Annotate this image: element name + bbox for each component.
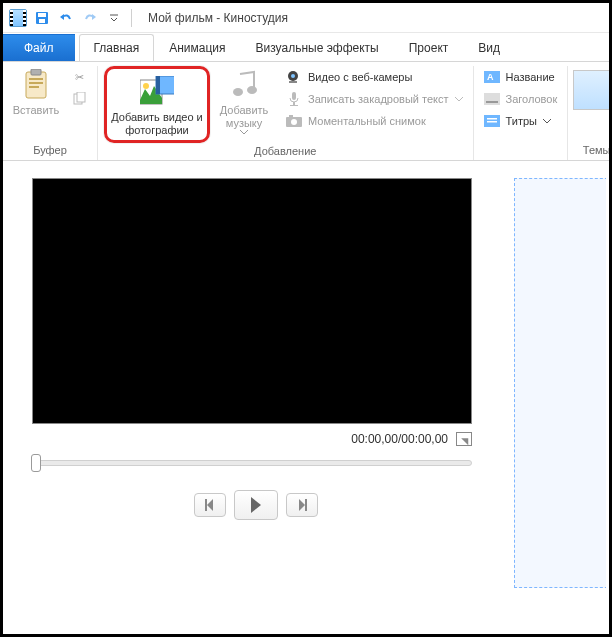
tab-project[interactable]: Проект [394, 34, 464, 61]
video-preview[interactable] [32, 178, 472, 424]
cut-button[interactable]: ✂ [67, 68, 91, 86]
caption-button[interactable]: Заголовок [480, 90, 562, 108]
svg-rect-21 [293, 102, 295, 105]
window-title: Мой фильм - Киностудия [148, 11, 288, 25]
svg-rect-32 [487, 121, 497, 123]
save-icon [35, 11, 49, 25]
tab-home[interactable]: Главная [79, 34, 155, 61]
app-window: Мой фильм - Киностудия Файл Главная Аним… [0, 0, 612, 637]
svg-rect-29 [486, 101, 498, 103]
app-icon [9, 9, 27, 27]
copy-button[interactable] [67, 90, 91, 108]
svg-point-11 [143, 83, 149, 89]
timeline-pane [506, 164, 606, 631]
redo-icon [82, 11, 98, 25]
title-card-button[interactable]: A Название [480, 68, 562, 86]
undo-icon [58, 11, 74, 25]
scissors-icon: ✂ [71, 69, 87, 85]
svg-rect-9 [77, 92, 85, 102]
add-media-icon [140, 75, 174, 109]
group-text-label [519, 142, 522, 160]
credits-button[interactable]: Титры [480, 112, 562, 130]
svg-point-16 [247, 86, 257, 94]
svg-point-24 [291, 119, 297, 125]
add-music-button[interactable]: Добавить музыку [214, 66, 274, 135]
tab-vfx[interactable]: Визуальные эффекты [241, 34, 394, 61]
ribbon-tabs: Файл Главная Анимация Визуальные эффекты… [3, 33, 609, 61]
chevron-down-icon [110, 14, 118, 22]
paste-label: Вставить [9, 104, 63, 117]
clipboard-icon [19, 68, 53, 102]
timeline-drop-target[interactable] [514, 178, 606, 588]
step-back-icon [203, 499, 217, 511]
workarea: 00:00,00/00:00,00 [6, 164, 606, 631]
chevron-down-icon [543, 119, 551, 124]
title-icon: A [484, 69, 500, 85]
microphone-icon [286, 91, 302, 107]
play-button[interactable] [234, 490, 278, 520]
fullscreen-button[interactable] [456, 432, 472, 446]
svg-rect-22 [290, 105, 298, 106]
svg-rect-2 [39, 19, 45, 23]
svg-point-15 [233, 88, 243, 96]
add-music-label: Добавить музыку [214, 104, 274, 129]
group-themes-label: Темы а [583, 142, 612, 160]
narration-button[interactable]: Записать закадровый текст [282, 90, 467, 108]
svg-rect-34 [305, 499, 307, 511]
group-themes: Темы а [568, 66, 612, 160]
webcam-icon [286, 69, 302, 85]
caption-icon [484, 91, 500, 107]
chevron-down-icon [455, 97, 463, 102]
title-bar: Мой фильм - Киностудия [3, 3, 609, 33]
svg-rect-25 [289, 115, 293, 118]
tab-view[interactable]: Вид [463, 34, 515, 61]
play-icon [249, 497, 263, 513]
snapshot-label: Моментальный снимок [308, 115, 426, 127]
paste-button[interactable]: Вставить [9, 66, 63, 117]
seek-slider[interactable] [32, 460, 472, 466]
svg-rect-28 [484, 93, 500, 105]
undo-button[interactable] [57, 9, 75, 27]
svg-rect-13 [156, 76, 160, 94]
next-frame-button[interactable] [286, 493, 318, 517]
music-icon [227, 68, 261, 102]
qat-dropdown[interactable] [105, 9, 123, 27]
add-media-label: Добавить видео и фотографии [109, 111, 205, 136]
group-add: Добавить видео и фотографии Добавить муз… [98, 66, 474, 160]
ribbon: Вставить ✂ Буфер [3, 61, 609, 161]
title-card-label: Название [506, 71, 555, 83]
tab-file[interactable]: Файл [3, 34, 75, 61]
group-add-label: Добавление [254, 143, 316, 161]
svg-rect-6 [29, 82, 43, 84]
group-text: A Название Заголовок Титр [474, 66, 569, 160]
camera-icon [286, 113, 302, 129]
theme-thumbnail[interactable] [573, 70, 612, 110]
narration-label: Записать закадровый текст [308, 93, 449, 105]
svg-point-18 [291, 74, 295, 78]
snapshot-button[interactable]: Моментальный снимок [282, 112, 467, 130]
webcam-label: Видео с веб-камеры [308, 71, 412, 83]
redo-button[interactable] [81, 9, 99, 27]
credits-label: Титры [506, 115, 537, 127]
copy-icon [71, 91, 87, 107]
group-buffer-label: Буфер [33, 142, 67, 160]
qat-separator [131, 9, 132, 27]
seek-thumb[interactable] [31, 454, 41, 472]
time-display: 00:00,00/00:00,00 [351, 432, 448, 446]
tab-anim[interactable]: Анимация [154, 34, 240, 61]
caption-label: Заголовок [506, 93, 558, 105]
svg-rect-1 [38, 13, 46, 17]
prev-frame-button[interactable] [194, 493, 226, 517]
svg-rect-19 [289, 81, 297, 83]
preview-pane: 00:00,00/00:00,00 [6, 164, 506, 631]
save-button[interactable] [33, 9, 51, 27]
webcam-button[interactable]: Видео с веб-камеры [282, 68, 467, 86]
svg-rect-20 [292, 92, 296, 100]
chevron-down-icon [240, 130, 248, 135]
svg-rect-4 [31, 69, 41, 75]
add-media-highlight: Добавить видео и фотографии [104, 66, 210, 143]
playback-controls [194, 490, 318, 520]
add-media-button[interactable]: Добавить видео и фотографии [109, 73, 205, 136]
group-buffer: Вставить ✂ Буфер [3, 66, 98, 160]
svg-rect-31 [487, 118, 497, 120]
